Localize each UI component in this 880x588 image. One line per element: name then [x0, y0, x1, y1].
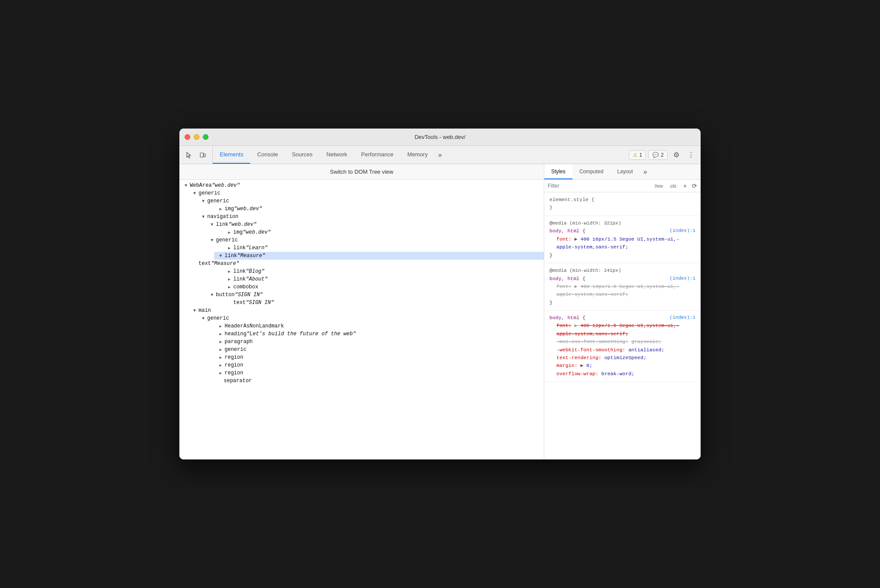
tree-node-img-1[interactable]: ▶ img "web.dev" — [205, 205, 544, 213]
more-options-button[interactable]: ⋮ — [685, 149, 697, 161]
selector-body-html-1: body, html { (index):1 — [549, 227, 695, 235]
tree-node-region-1[interactable]: ▶ region — [205, 353, 544, 361]
hov-button[interactable]: :hov — [652, 182, 665, 189]
expand-arrow: ▶ — [218, 339, 224, 345]
tab-computed[interactable]: Computed — [572, 164, 610, 179]
tree-node-separator[interactable]: separator — [205, 377, 544, 385]
warnings-count: 1 — [639, 152, 642, 158]
tree-node-button-signin[interactable]: ▼ button "SIGN IN" — [205, 291, 544, 299]
tab-sources[interactable]: Sources — [285, 146, 320, 164]
tree-node-combobox[interactable]: ▶ combobox — [214, 283, 544, 291]
source-link-3[interactable]: (index):1 — [670, 314, 695, 322]
property-text-rendering: text-rendering: optimizeSpeed; — [549, 354, 695, 362]
expand-arrow: ▼ — [200, 315, 206, 321]
tab-elements-label: Elements — [220, 151, 243, 158]
add-style-rule-button[interactable]: + — [681, 182, 689, 190]
tab-sources-label: Sources — [292, 151, 313, 158]
expand-arrow: ▶ — [226, 245, 232, 251]
tree-node-link-measure[interactable]: ▼ link "Measure" — [214, 252, 544, 260]
tree-node-generic-inner[interactable]: ▶ generic — [205, 346, 544, 353]
message-icon: 💬 — [652, 152, 659, 158]
expand-arrow: ▼ — [200, 214, 206, 220]
expand-arrow: ▼ — [192, 307, 198, 314]
expand-arrow: ▶ — [218, 331, 224, 337]
styles-panel[interactable]: :hov .cls + ⟳ element.style { } — [544, 180, 701, 459]
tree-node-link-webdev[interactable]: ▼ link "web.dev" — [205, 221, 544, 228]
element-style-selector: element.style { — [549, 196, 695, 204]
filter-input[interactable] — [548, 183, 650, 189]
property-margin: margin: ▶ 0; — [549, 362, 695, 370]
tree-node-text-measure[interactable]: text "Measure" — [188, 260, 544, 268]
tree-node-generic-main[interactable]: ▼ generic — [197, 314, 544, 322]
tree-node-link-about[interactable]: ▶ link "About" — [214, 275, 544, 283]
more-panel-tabs-button[interactable]: » — [640, 164, 651, 179]
tree-node-text-signin[interactable]: text "SIGN IN" — [214, 299, 544, 307]
right-panel: Styles Computed Layout » :hov .cls — [544, 164, 701, 459]
tab-elements[interactable]: Elements — [213, 146, 250, 164]
tree-node-region-2[interactable]: ▶ region — [205, 361, 544, 369]
expand-arrow: ▼ — [183, 182, 189, 188]
element-style-close: } — [549, 204, 695, 211]
expand-arrow: ▶ — [218, 206, 224, 212]
settings-button[interactable]: ⚙ — [670, 149, 682, 161]
tab-memory-label: Memory — [407, 151, 428, 158]
tree-node-img-webdev[interactable]: ▶ img "web.dev" — [214, 228, 544, 236]
tree-node-header[interactable]: ▶ HeaderAsNonLandmark — [205, 322, 544, 330]
tree-node-region-3[interactable]: ▶ region — [205, 369, 544, 377]
property-moz-smoothing: -moz-osx-font-smoothing: grayscale; — [549, 338, 695, 346]
property-overflow-wrap: overflow-wrap: break-word; — [549, 370, 695, 378]
close-brace-2: } — [549, 299, 695, 307]
more-tabs-button[interactable]: » — [435, 146, 446, 164]
tree-node-navigation[interactable]: ▼ navigation — [197, 213, 544, 221]
tree-node-generic-1[interactable]: ▼ generic — [188, 189, 544, 197]
tree-node-generic-2[interactable]: ▼ generic — [197, 197, 544, 205]
tab-performance[interactable]: Performance — [354, 146, 400, 164]
messages-count: 2 — [661, 152, 664, 158]
property-font-241: font: ▶ 400 14px/1.5 Segoe UI,system-ui,… — [549, 283, 695, 299]
switch-bar[interactable]: Switch to DOM Tree view — [179, 164, 544, 180]
warning-icon: ⚠ — [633, 152, 638, 158]
minimize-button[interactable] — [194, 134, 199, 140]
tree-node-link-blog[interactable]: ▶ link "Blog" — [214, 268, 544, 275]
expand-arrow: ▼ — [218, 253, 224, 259]
tab-layout[interactable]: Layout — [610, 164, 640, 179]
messages-button[interactable]: 💬 2 — [648, 150, 668, 160]
close-button[interactable] — [185, 134, 190, 140]
inspect-element-button[interactable] — [183, 149, 195, 161]
tab-memory[interactable]: Memory — [400, 146, 435, 164]
main-content: Switch to DOM Tree view ▼ WebArea "web.d… — [179, 164, 701, 459]
expand-arrow: ▼ — [200, 198, 206, 204]
device-toolbar-button[interactable] — [197, 149, 209, 161]
expand-arrow: ▶ — [226, 268, 232, 274]
accessibility-tree[interactable]: ▼ WebArea "web.dev" ▼ generic ▼ — [179, 180, 544, 459]
tree-node-link-learn[interactable]: ▶ link "Learn" — [214, 244, 544, 252]
maximize-button[interactable] — [203, 134, 208, 140]
expand-arrow: ▼ — [209, 221, 215, 228]
media-query-241: @media (min-width: 241px) — [549, 267, 695, 275]
traffic-lights — [185, 134, 208, 140]
refresh-button[interactable]: ⟳ — [692, 182, 697, 189]
expand-arrow: ▶ — [226, 276, 232, 282]
left-panel: Switch to DOM Tree view ▼ WebArea "web.d… — [179, 164, 544, 459]
expand-arrow: ▶ — [218, 362, 224, 368]
tab-network[interactable]: Network — [320, 146, 354, 164]
tab-network-label: Network — [327, 151, 347, 158]
warnings-button[interactable]: ⚠ 1 — [629, 150, 646, 160]
expand-arrow: ▶ — [218, 370, 224, 376]
source-link-1[interactable]: (index):1 — [670, 227, 695, 235]
property-font-base: font: ▶ 400 12px/1.5 Segoe UI,system-ui,… — [549, 322, 695, 338]
tree-node-heading[interactable]: ▶ heading "Let's build the future of the… — [205, 330, 544, 338]
tree-node-paragraph[interactable]: ▶ paragraph — [205, 338, 544, 346]
tab-console[interactable]: Console — [250, 146, 285, 164]
cls-button[interactable]: .cls — [668, 182, 678, 189]
tab-styles[interactable]: Styles — [544, 164, 572, 179]
tree-node-generic-nav[interactable]: ▼ generic — [205, 236, 544, 244]
tree-node-webarea[interactable]: ▼ WebArea "web.dev" — [179, 182, 544, 189]
svg-rect-1 — [204, 154, 205, 157]
source-link-2[interactable]: (index):1 — [670, 275, 695, 283]
filter-bar: :hov .cls + ⟳ — [544, 180, 701, 192]
tree-node-main[interactable]: ▼ main — [188, 307, 544, 314]
expand-arrow: ▶ — [218, 354, 224, 360]
expand-arrow: ▼ — [192, 190, 198, 196]
property-font-321: font: ▶ 400 16px/1.5 Segoe UI,system-ui,… — [549, 235, 695, 251]
